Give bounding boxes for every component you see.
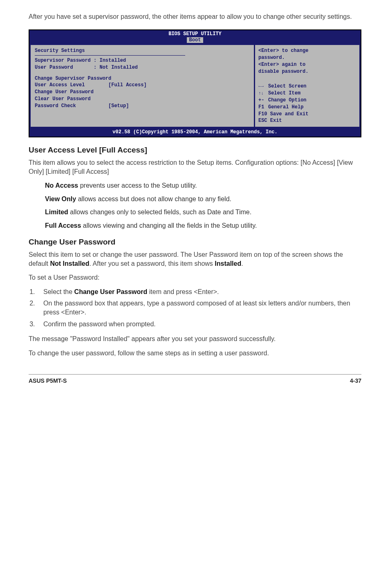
bios-nav-text: F10 Save and Exit: [258, 111, 356, 118]
page-footer: ASUS P5MT-S 4-37: [29, 374, 361, 385]
opt-bold: Limited: [45, 209, 68, 215]
bios-nav-key: +-: [258, 97, 268, 104]
bios-item: Password Check[Setup]: [35, 103, 250, 110]
opt-text: allows access but does not allow change …: [76, 195, 231, 202]
step-text: Confirm the password when prompted.: [43, 321, 156, 328]
bios-nav-text: General Help: [268, 104, 303, 110]
bios-item-label: Change User Password: [35, 89, 108, 96]
text-span: . After you set a password, this item sh…: [90, 260, 215, 267]
intro-paragraph: After you have set a supervisor password…: [29, 12, 361, 21]
bios-item-label: Clear User Password: [35, 96, 108, 103]
bios-help-text: <Enter> to change password. <Enter> agai…: [258, 47, 356, 75]
opt-bold: View Only: [45, 195, 76, 202]
bios-nav-key: F1: [258, 104, 268, 111]
bios-nav-text: ESC Exit: [258, 117, 356, 124]
step-3: Confirm the password when prompted.: [37, 320, 361, 329]
cup-paragraph-2: To set a User Password:: [29, 273, 361, 282]
bios-item-label: Password Check: [35, 103, 108, 110]
bios-right-panel: <Enter> to change password. <Enter> agai…: [255, 45, 359, 127]
bios-nav-text: Select Item: [268, 90, 300, 96]
bios-tab-boot: Boot: [187, 37, 204, 43]
ual-opt-full-access: Full Access allows viewing and changing …: [45, 221, 361, 230]
ual-opt-limited: Limited allows changes only to selected …: [45, 208, 361, 217]
step-1: Select the Change User Password item and…: [37, 287, 361, 296]
ual-description: This item allows you to select the acces…: [29, 158, 361, 177]
step-text: Select the: [43, 288, 74, 295]
opt-text: allows viewing and changing all the fiel…: [81, 222, 257, 229]
bios-item-value: [Setup]: [108, 103, 129, 110]
ual-opt-view-only: View Only allows access but does not all…: [45, 195, 361, 204]
heading-change-user-password: Change User Password: [29, 237, 361, 248]
step-bold: Change User Password: [74, 288, 148, 295]
bios-title: BIOS SETUP UTILITY: [168, 31, 222, 37]
opt-text: prevents user access to the Setup utilit…: [78, 182, 197, 189]
arrows-lr-icon: [258, 83, 268, 90]
footer-model: ASUS P5MT-S: [29, 377, 67, 385]
bios-label: Supervisor Password: [35, 57, 91, 64]
bold-span: Installed: [215, 260, 241, 267]
bios-item: User Access Level[Full Access]: [35, 82, 250, 89]
bios-divider: [35, 55, 185, 56]
bios-nav-text: Change Option: [268, 97, 307, 103]
bios-value: Not Installed: [99, 64, 138, 71]
bios-sep: :: [91, 57, 100, 64]
bios-nav-legend: Select Screen Select Item +-Change Optio…: [258, 83, 356, 124]
cup-paragraph-4: To change the user password, follow the …: [29, 349, 361, 358]
bios-help-line: <Enter> to change: [258, 47, 356, 54]
bios-title-bar: BIOS SETUP UTILITY Boot: [29, 30, 361, 44]
bios-left-panel: Security Settings Supervisor Password : …: [31, 45, 254, 127]
bios-screenshot: BIOS SETUP UTILITY Boot Security Setting…: [29, 29, 361, 137]
bios-item-label: User Access Level: [35, 82, 108, 89]
step-2: On the password box that appears, type a…: [37, 299, 361, 317]
opt-bold: Full Access: [45, 222, 81, 229]
opt-text: allows changes only to selected fields, …: [68, 209, 251, 215]
bios-row-userpw: User Password : Not Installed: [35, 64, 250, 71]
bios-value: Installed: [99, 57, 126, 64]
bios-sep: :: [73, 64, 100, 71]
bios-item: Change User Password: [35, 89, 250, 96]
bios-help-line: disable password.: [258, 68, 356, 75]
bios-help-line: password.: [258, 54, 356, 61]
text-span: .: [241, 260, 243, 267]
bios-section-title: Security Settings: [35, 47, 250, 54]
bios-item-label: Change Supervisor Password: [35, 75, 111, 82]
cup-paragraph-1: Select this item to set or change the us…: [29, 250, 361, 269]
bios-item: Change Supervisor Password: [35, 75, 250, 82]
step-text: item and press <Enter>.: [147, 288, 219, 295]
bios-item: Clear User Password: [35, 96, 250, 103]
opt-bold: No Access: [45, 182, 78, 189]
bold-span: Not Installed: [50, 260, 89, 267]
footer-page-number: 4-37: [350, 377, 361, 385]
heading-user-access-level: User Access Level [Full Access]: [29, 145, 361, 156]
ual-opt-no-access: No Access prevents user access to the Se…: [45, 181, 361, 190]
bios-help-line: <Enter> again to: [258, 61, 356, 68]
bios-nav-text: Select Screen: [268, 83, 307, 89]
bios-label: User Password: [35, 64, 73, 71]
bios-item-value: [Full Access]: [108, 82, 147, 89]
steps-list: Select the Change User Password item and…: [37, 287, 361, 329]
step-text: On the password box that appears, type a…: [43, 300, 350, 316]
bios-footer: v02.58 (C)Copyright 1985-2004, American …: [29, 128, 361, 137]
cup-paragraph-3: The message "Password Installed" appears…: [29, 334, 361, 343]
bios-row-supervisor: Supervisor Password : Installed: [35, 57, 250, 64]
arrows-ud-icon: [258, 90, 268, 97]
